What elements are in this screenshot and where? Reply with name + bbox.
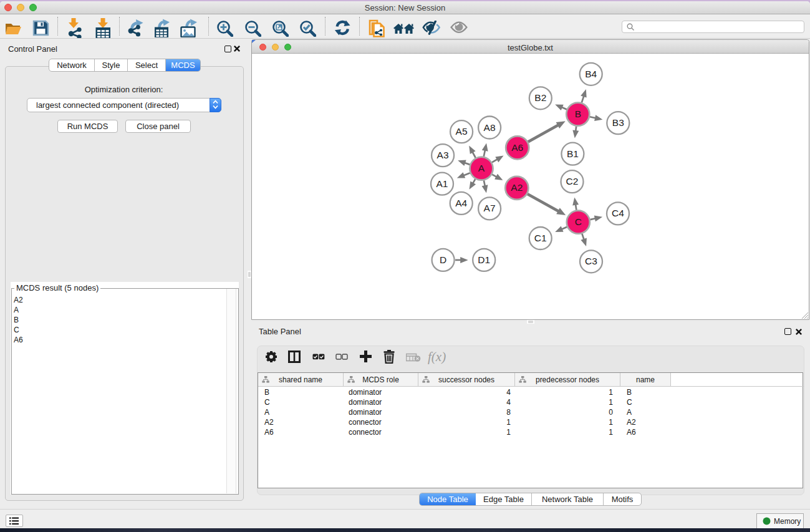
svg-text:D1: D1 [478, 254, 490, 265]
svg-text:C2: C2 [566, 176, 579, 186]
svg-text:C4: C4 [612, 208, 624, 218]
svg-text:B: B [575, 109, 581, 119]
svg-text:A8: A8 [484, 122, 496, 133]
svg-text:A2: A2 [511, 182, 523, 193]
svg-text:C1: C1 [534, 233, 547, 243]
svg-text:B1: B1 [567, 148, 579, 159]
svg-text:C3: C3 [585, 256, 597, 266]
svg-text:B2: B2 [534, 92, 546, 103]
svg-text:A7: A7 [484, 203, 496, 213]
svg-text:B3: B3 [612, 117, 624, 128]
svg-text:A3: A3 [437, 150, 449, 160]
svg-text:A: A [478, 163, 485, 173]
svg-text:A6: A6 [511, 142, 523, 153]
svg-text:A4: A4 [455, 198, 467, 208]
svg-text:A5: A5 [456, 126, 468, 137]
svg-text:C: C [575, 216, 582, 227]
svg-text:D: D [440, 254, 446, 265]
svg-text:A1: A1 [436, 178, 448, 189]
svg-text:B4: B4 [585, 69, 597, 79]
